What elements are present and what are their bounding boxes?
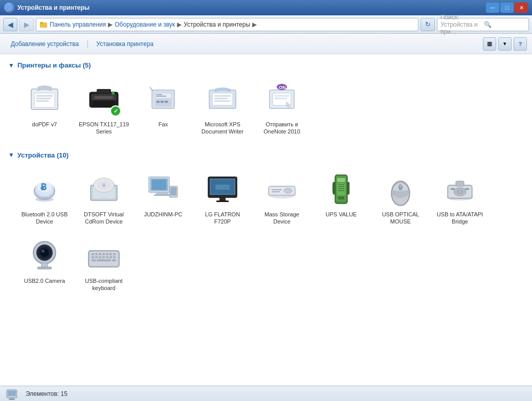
svg-rect-9 [36,100,49,102]
svg-point-91 [40,249,49,257]
device-webcam[interactable]: USB2.0 Camera [16,233,73,297]
svg-rect-27 [214,100,230,102]
svg-rect-13 [97,89,111,93]
svg-point-77 [400,185,402,188]
status-icon [5,387,21,401]
mouse-label: USB OPTICAL MOUSE [375,211,426,226]
devices-section-header[interactable]: ▼ Устройства (10) [8,151,524,159]
svg-rect-62 [272,191,280,192]
breadcrumb-hardware[interactable]: Оборудование и звук [115,21,175,28]
svg-rect-18 [156,96,166,97]
mass-storage-label: Mass Storage Device [256,211,307,226]
svg-rect-110 [113,256,116,258]
computer-icon [145,171,182,208]
printers-section-header[interactable]: ▼ Принтеры и факсы (5) [8,61,524,69]
svg-rect-8 [36,98,51,99]
svg-rect-105 [95,256,98,258]
cdrom-icon [85,171,122,208]
xps-label: Microsoft XPS Document Writer [197,121,248,136]
title-bar: Устройства и принтеры ─ □ ✕ [0,0,532,15]
svg-rect-26 [214,98,228,99]
refresh-button[interactable]: ↻ [420,18,435,31]
devices-section-title: Устройства (10) [17,151,69,159]
device-onenote[interactable]: ON Отправить в OneNote 2010 [254,76,310,140]
device-xps[interactable]: Microsoft XPS Document Writer [194,76,251,140]
svg-rect-48 [170,187,176,195]
svg-rect-55 [216,201,229,202]
svg-rect-65 [337,178,345,182]
maximize-button[interactable]: □ [500,3,514,13]
device-fax[interactable]: Fax [135,76,191,140]
svg-rect-56 [215,185,230,190]
device-mouse[interactable]: USB OPTICAL MOUSE [372,166,429,230]
mouse-icon [382,171,419,208]
svg-rect-101 [106,253,108,255]
device-monitor[interactable]: LG FLATRON F720P [194,166,251,230]
svg-rect-67 [338,184,344,185]
epson-label: EPSON TX117_119 Series [78,121,129,136]
svg-point-14 [112,92,115,95]
view-dropdown-button[interactable]: ▾ [498,37,512,51]
device-computer[interactable]: JUDZHINM-PC [135,166,191,230]
minimize-button[interactable]: ─ [486,3,499,13]
fax-icon [145,81,182,118]
monitor-icon [204,171,241,208]
svg-rect-4 [40,22,43,24]
device-bluetooth[interactable]: Ƀ Bluetooth 2.0 USB Device [16,166,73,230]
ups-icon [323,171,360,208]
device-dopdf[interactable]: doPDF v7 [16,76,73,140]
svg-point-83 [459,191,461,193]
back-button[interactable]: ◀ [3,18,17,31]
add-device-button[interactable]: Добавление устройства [5,36,84,52]
svg-rect-72 [333,182,335,194]
epson-icon: ✓ [85,81,122,118]
ata-icon [441,171,478,208]
svg-rect-50 [154,194,170,196]
svg-rect-22 [165,101,168,103]
forward-button[interactable]: ▶ [19,18,34,31]
svg-rect-84 [451,188,455,190]
device-epson[interactable]: ✓ EPSON TX117_119 Series [76,76,132,140]
svg-rect-98 [95,253,98,255]
install-printer-button[interactable]: Установка принтера [91,36,159,52]
svg-rect-97 [92,253,94,255]
device-keyboard[interactable]: USB-compliant keyboard [76,233,132,297]
help-button[interactable]: ? [514,37,527,51]
monitor-label: LG FLATRON F720P [197,211,248,226]
fax-label: Fax [159,121,168,128]
device-mass-storage[interactable]: Mass Storage Device [254,166,310,230]
svg-rect-25 [214,95,231,97]
address-bar: ◀ ▶ Панель управления ▶ Оборудование и з… [0,15,532,34]
svg-rect-49 [156,192,168,194]
svg-rect-111 [92,259,96,261]
svg-rect-69 [338,188,344,189]
svg-rect-46 [152,180,166,190]
dopdf-label: doPDF v7 [32,121,57,128]
devices-arrow: ▼ [8,151,14,159]
svg-point-38 [35,197,54,202]
svg-rect-0 [6,5,12,9]
install-printer-label: Установка принтера [96,40,153,48]
dopdf-icon [26,81,63,118]
onenote-label: Отправить в OneNote 2010 [256,121,307,136]
svg-rect-103 [113,253,116,255]
svg-rect-61 [272,189,282,190]
svg-rect-108 [106,256,108,258]
svg-rect-100 [102,253,105,255]
breadcrumb-control-panel[interactable]: Панель управления [50,21,106,28]
device-ata[interactable]: USB to ATA/ATAPI Bridge [432,166,488,230]
svg-rect-107 [102,256,105,258]
close-button[interactable]: ✕ [515,3,528,13]
search-bar[interactable]: Поиск: Устройства и при... 🔍 [437,18,529,31]
device-ups[interactable]: UPS VALUE [313,166,369,230]
device-cdrom[interactable]: DTSOFT Virtual CdRom Device [76,166,132,230]
ups-label: UPS VALUE [326,211,357,218]
webcam-icon [26,237,63,274]
devices-grid: Ƀ Bluetooth 2.0 USB Device [8,164,524,305]
svg-text:ON: ON [279,85,286,90]
svg-text:Ƀ: Ƀ [40,182,47,192]
svg-rect-109 [109,256,112,258]
view-options-button[interactable]: ▦ [483,37,496,51]
svg-rect-115 [8,391,16,396]
keyboard-icon [85,237,122,274]
